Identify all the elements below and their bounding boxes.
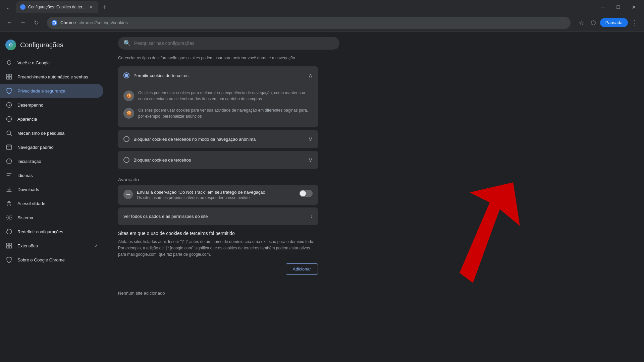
- svg-rect-3: [7, 74, 9, 77]
- cookie-option-anonimo-header[interactable]: Bloquear cookies de terceiros no modo de…: [118, 130, 318, 148]
- cookie-detail-2: 🍪 Os sites podem usar cookies para ver s…: [123, 105, 313, 122]
- address-bar[interactable]: Chrome chrome://settings/cookies: [47, 17, 571, 29]
- search-bar-wrapper: 🔍: [107, 32, 644, 55]
- view-all-row[interactable]: Ver todos os dados e as permissões do si…: [118, 207, 318, 225]
- autofill-icon: [5, 73, 13, 80]
- sidebar-item-sistema[interactable]: Sistema: [0, 210, 103, 225]
- cookie-detail-1: 🍪 Os sites podem usar cookies para melho…: [123, 87, 313, 105]
- sidebar-label-extensoes: Extensões: [17, 243, 38, 248]
- cookie-detail-text-1: Os sites podem usar cookies para melhora…: [138, 90, 313, 102]
- search-engine-icon: [5, 129, 13, 137]
- performance-icon: [5, 101, 13, 109]
- back-button[interactable]: ←: [4, 17, 15, 28]
- search-icon: 🔍: [123, 40, 131, 47]
- window-controls: ─ □ ✕: [595, 0, 641, 14]
- option-label-permitir: Permitir cookies de terceiros: [133, 73, 304, 78]
- sidebar-item-extensoes[interactable]: Extensões ↗: [0, 239, 103, 253]
- maximize-button[interactable]: □: [610, 0, 626, 14]
- option-label-anonimo: Bloquear cookies de terceiros no modo de…: [133, 137, 304, 142]
- languages-icon: [5, 172, 13, 179]
- search-input[interactable]: [134, 41, 334, 46]
- menu-button[interactable]: ⋮: [629, 17, 640, 28]
- chevron-down-icon-bloquear: ∨: [308, 156, 313, 164]
- radio-bloquear[interactable]: [123, 157, 129, 163]
- svg-point-8: [7, 117, 12, 122]
- radio-anonimo[interactable]: [123, 136, 129, 142]
- main-content: ⚙ Configurações G Você e o Google Preen: [0, 32, 644, 362]
- svg-rect-18: [9, 246, 12, 248]
- tab-list-button[interactable]: ⌄: [3, 2, 12, 12]
- sidebar-item-idiomas[interactable]: Idiomas: [0, 168, 103, 182]
- cookie-option-bloquear-header[interactable]: Bloquear cookies de terceiros ∨: [118, 151, 318, 169]
- tab-close-button[interactable]: ✕: [88, 4, 94, 10]
- sidebar-label-sobre: Sobre o Google Chrome: [17, 257, 65, 262]
- sidebar-item-acessibilidade[interactable]: Acessibilidade: [0, 196, 103, 210]
- sidebar-item-privacidade[interactable]: Privacidade e segurança: [0, 84, 103, 98]
- svg-rect-16: [9, 243, 12, 246]
- sidebar-label-inicializacao: Inicialização: [17, 159, 41, 164]
- close-button[interactable]: ✕: [626, 0, 641, 14]
- extensions-button[interactable]: ⬡: [588, 17, 599, 28]
- sidebar-item-voce-google[interactable]: G Você e o Google: [0, 56, 103, 70]
- content-area: 🔍 Gerenciar os tipos de informação que o…: [107, 32, 644, 362]
- active-tab[interactable]: Configurações: Cookies de ter... ✕: [16, 1, 98, 13]
- minimize-button[interactable]: ─: [595, 0, 610, 14]
- do-not-track-toggle[interactable]: [299, 190, 313, 197]
- sidebar-item-navegador[interactable]: Navegador padrão: [0, 140, 103, 154]
- pause-button[interactable]: Pausada: [600, 18, 628, 27]
- cookie-icon-2: 🍪: [123, 108, 134, 119]
- sidebar-item-preenchimento[interactable]: Preenchimento automático e senhas: [0, 70, 103, 84]
- red-arrow: [446, 176, 530, 294]
- option-label-bloquear: Bloquear cookies de terceiros: [133, 158, 304, 163]
- intro-text: Gerenciar os tipos de informação que os …: [118, 55, 318, 61]
- sidebar-label-voce-google: Você e o Google: [17, 60, 50, 65]
- settings-title: Configurações: [20, 41, 63, 49]
- chevron-right-icon: ›: [311, 213, 313, 220]
- sidebar-label-navegador: Navegador padrão: [17, 145, 54, 150]
- new-tab-button[interactable]: +: [100, 2, 109, 12]
- refresh-button[interactable]: ↻: [31, 17, 42, 28]
- sidebar-label-sistema: Sistema: [17, 215, 33, 220]
- svg-point-12: [9, 161, 9, 162]
- sidebar-item-downloads[interactable]: Downloads: [0, 182, 103, 196]
- accessibility-icon: [5, 200, 13, 207]
- add-site-button[interactable]: Adicionar: [286, 263, 318, 275]
- cookie-option-permitir-content: 🍪 Os sites podem usar cookies para melho…: [118, 84, 318, 127]
- sidebar-item-mecanismo[interactable]: Mecanismo de pesquisa: [0, 126, 103, 140]
- content-section: Gerenciar os tipos de informação que os …: [107, 55, 329, 309]
- sidebar-item-redefinir[interactable]: Redefinir configurações: [0, 225, 103, 239]
- bookmark-button[interactable]: ☆: [576, 17, 587, 28]
- sidebar-label-preenchimento: Preenchimento automático e senhas: [17, 74, 88, 79]
- tab-favicon: [20, 4, 25, 10]
- radio-permitir[interactable]: [123, 72, 129, 78]
- permitted-description: Afeta os sites listados aqui. Inserir "[…: [118, 239, 318, 258]
- sidebar: ⚙ Configurações G Você e o Google Preen: [0, 32, 107, 362]
- cookie-option-permitir: Permitir cookies de terceiros ∧ 🍪 Os sit…: [118, 66, 318, 127]
- svg-rect-5: [7, 77, 9, 79]
- tab-title: Configurações: Cookies de ter...: [28, 5, 86, 9]
- address-text: chrome://settings/cookies: [78, 20, 566, 25]
- tab-controls-left: ⌄: [3, 2, 12, 12]
- forward-button[interactable]: →: [17, 17, 28, 28]
- settings-logo: ⚙: [5, 40, 16, 50]
- settings-header: ⚙ Configurações: [0, 37, 107, 56]
- cookie-option-permitir-header[interactable]: Permitir cookies de terceiros ∧: [118, 66, 318, 84]
- sidebar-label-acessibilidade: Acessibilidade: [17, 201, 45, 206]
- appearance-icon: [5, 115, 13, 123]
- sidebar-item-inicializacao[interactable]: Inicialização: [0, 154, 103, 168]
- tab-bar: ⌄ Configurações: Cookies de ter... ✕ + ─…: [0, 0, 644, 14]
- sidebar-item-aparencia[interactable]: Aparência: [0, 112, 103, 126]
- external-link-icon: ↗: [94, 243, 98, 248]
- sidebar-label-desempenho: Desempenho: [17, 103, 43, 108]
- privacy-icon: [5, 87, 13, 95]
- sidebar-label-aparencia: Aparência: [17, 117, 37, 122]
- sidebar-item-sobre[interactable]: Sobre o Google Chrome: [0, 253, 103, 267]
- extensions-sidebar-icon: [5, 242, 13, 249]
- do-not-track-title: Enviar a observação "Do Not Track" em se…: [137, 190, 295, 195]
- svg-point-14: [8, 217, 10, 219]
- about-icon: [5, 256, 13, 263]
- advanced-section-title: Avançado: [118, 172, 318, 185]
- sidebar-item-desempenho[interactable]: Desempenho: [0, 98, 103, 112]
- downloads-icon: [5, 186, 13, 193]
- cookie-option-anonimo: Bloquear cookies de terceiros no modo de…: [118, 130, 318, 148]
